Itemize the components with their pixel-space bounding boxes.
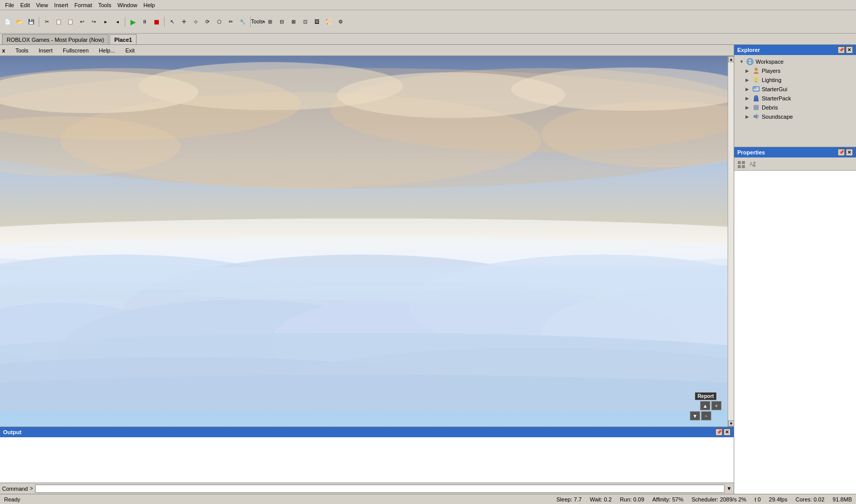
nav-zoom-in-btn[interactable]: ▲: [700, 401, 710, 410]
toolbar-btn-a[interactable]: ▸: [100, 16, 111, 28]
game-insert[interactable]: Insert: [37, 46, 55, 55]
toolbar-axis[interactable]: ⊠: [288, 16, 299, 28]
stat-sleep: Sleep: 7.7: [556, 496, 582, 502]
nav-down-btn[interactable]: ▼: [690, 411, 700, 420]
toolbar-terrain[interactable]: 🔧: [237, 16, 248, 28]
menu-file[interactable]: File: [2, 1, 17, 9]
menu-format[interactable]: Format: [71, 1, 95, 9]
stat-affinity: Affinity: 57%: [652, 496, 683, 502]
properties-titlebar: Properties 📌 ✕: [734, 147, 856, 157]
viewport-scrollbar[interactable]: ▲ ▼: [728, 56, 734, 427]
toolbar-undo[interactable]: ↩: [76, 16, 88, 28]
toolbar-grid[interactable]: ⊟: [276, 16, 287, 28]
toolbar-save[interactable]: 💾: [25, 16, 37, 28]
lighting-icon: [752, 76, 760, 84]
toolbar-surface[interactable]: ⊡: [300, 16, 311, 28]
game-close-btn[interactable]: x: [2, 47, 5, 54]
explorer-pin-btn[interactable]: 📌: [838, 46, 845, 54]
toolbar-pause[interactable]: ⏸: [139, 16, 150, 28]
svg-rect-37: [738, 161, 741, 164]
toolbar-select[interactable]: ↖: [167, 16, 178, 28]
menu-window[interactable]: Window: [114, 1, 140, 9]
starterpack-arrow: ▶: [745, 96, 751, 101]
toolbar-rotate[interactable]: ⟳: [202, 16, 213, 28]
toolbar-redo[interactable]: ↪: [88, 16, 99, 28]
nav-row-down: ▼ −: [690, 411, 721, 420]
properties-close-btn[interactable]: ✕: [846, 149, 853, 156]
tree-item-players[interactable]: ▶ Players: [735, 66, 855, 75]
stat-scheduler: Scheduler: 2089/s 2%: [691, 496, 746, 502]
explorer-title: Explorer: [737, 47, 760, 53]
soundscape-arrow: ▶: [745, 114, 751, 119]
toolbar-play[interactable]: ▶: [127, 16, 139, 28]
toolbar-scale[interactable]: ⊹: [190, 16, 201, 28]
svg-rect-39: [738, 165, 741, 168]
players-icon: [752, 67, 760, 75]
lighting-arrow: ▶: [745, 77, 751, 83]
startergui-icon: [752, 85, 760, 93]
toolbar-open[interactable]: 📂: [14, 16, 25, 28]
output-pin-btn[interactable]: 📌: [715, 429, 723, 436]
toolbar-tools-dropdown[interactable]: Tools▾: [253, 16, 264, 28]
menu-help[interactable]: Help: [141, 1, 158, 9]
center-right-layout: x Tools Insert Fullscreen Help... Exit: [0, 45, 856, 494]
viewport-output: x Tools Insert Fullscreen Help... Exit: [0, 45, 734, 494]
toolbar-btn-b[interactable]: ◂: [112, 16, 123, 28]
toolbar-cut[interactable]: ✂: [41, 16, 52, 28]
scroll-track[interactable]: [728, 62, 734, 420]
menu-view[interactable]: View: [33, 1, 51, 9]
command-input[interactable]: [35, 485, 725, 493]
props-categories-btn[interactable]: [736, 159, 746, 169]
toolbar-paste[interactable]: 📋: [65, 16, 76, 28]
stat-wait: Wait: 0.2: [590, 496, 612, 502]
tab-breadcrumb[interactable]: ROBLOX Games - Most Popular (Now): [2, 34, 109, 44]
toolbar-settings[interactable]: ⚙: [335, 16, 346, 28]
toolbar-paint[interactable]: ✏: [225, 16, 236, 28]
tree-item-workspace[interactable]: ▼ Workspace: [735, 57, 855, 66]
toolbar-new[interactable]: 📄: [2, 16, 13, 28]
command-dropdown-arrow[interactable]: ▼: [727, 486, 732, 491]
toolbar-snap[interactable]: ⊞: [264, 16, 276, 28]
toolbar-sep-1: [39, 17, 39, 27]
game-fullscreen[interactable]: Fullscreen: [61, 46, 91, 55]
viewport[interactable]: Report ▲ + ▼ −: [0, 56, 728, 427]
report-controls: Report ▲ + ▼ −: [690, 392, 721, 420]
tabbar: ROBLOX Games - Most Popular (Now) Place1: [0, 34, 856, 45]
menu-tools[interactable]: Tools: [95, 1, 115, 9]
explorer-panel: Explorer 📌 ✕ ▼: [734, 45, 856, 147]
tree-item-debris[interactable]: ▶ Debris: [735, 103, 855, 112]
toolbar-move[interactable]: ✛: [178, 16, 190, 28]
game-tools[interactable]: Tools: [13, 46, 31, 55]
toolbar-transform[interactable]: ⬡: [213, 16, 225, 28]
tree-item-soundscape[interactable]: ▶ Soundscape: [735, 112, 855, 121]
menu-insert[interactable]: Insert: [51, 1, 71, 9]
scroll-down-btn[interactable]: ▼: [728, 420, 734, 427]
startergui-label: StarterGui: [762, 86, 787, 92]
toolbar-sep-2: [125, 17, 125, 27]
output-content: [0, 437, 734, 483]
tree-item-lighting[interactable]: ▶ Lighting: [735, 75, 855, 85]
menu-edit[interactable]: Edit: [17, 1, 33, 9]
soundscape-label: Soundscape: [762, 114, 793, 120]
scroll-up-btn[interactable]: ▲: [728, 56, 734, 62]
tab-place1[interactable]: Place1: [110, 34, 137, 44]
toolbar-lua[interactable]: 📜: [323, 16, 334, 28]
tree-item-startergui[interactable]: ▶ StarterGui: [735, 85, 855, 94]
nav-right-btn[interactable]: +: [711, 401, 721, 410]
explorer-close-btn[interactable]: ✕: [846, 46, 853, 54]
output-title: Output: [3, 429, 21, 435]
toolbar-stop[interactable]: ⏹: [151, 16, 162, 28]
stat-time: t 0: [755, 496, 761, 502]
toolbar-decal[interactable]: 🖼: [311, 16, 323, 28]
properties-title: Properties: [737, 149, 765, 155]
game-help[interactable]: Help...: [97, 46, 117, 55]
tree-item-starterpack[interactable]: ▶ StarterPack: [735, 94, 855, 103]
toolbar-copy[interactable]: 📋: [53, 16, 64, 28]
output-titlebar: Output 📌 ✕: [0, 427, 734, 437]
nav-zoom-out-btn[interactable]: −: [701, 411, 711, 420]
props-sort-btn[interactable]: AZ: [747, 159, 758, 169]
output-close-btn[interactable]: ✕: [724, 429, 731, 436]
properties-pin-btn[interactable]: 📌: [838, 149, 845, 156]
report-button[interactable]: Report: [695, 392, 716, 400]
game-exit[interactable]: Exit: [123, 46, 137, 55]
